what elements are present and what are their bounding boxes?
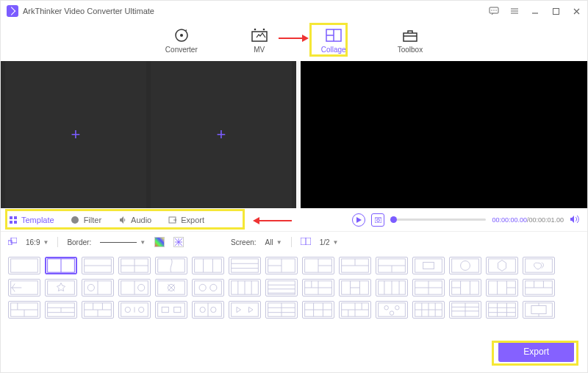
template-item[interactable] bbox=[45, 279, 77, 296]
template-item[interactable] bbox=[265, 301, 298, 319]
arrow-to-collage bbox=[279, 33, 309, 43]
filter-subtab[interactable]: Filter bbox=[71, 215, 101, 224]
template-item[interactable] bbox=[155, 279, 187, 296]
template-item[interactable] bbox=[265, 279, 298, 296]
template-item[interactable] bbox=[155, 257, 187, 274]
close-button[interactable] bbox=[571, 6, 581, 16]
template-item[interactable] bbox=[302, 279, 334, 296]
template-item[interactable] bbox=[412, 301, 445, 319]
svg-point-124 bbox=[200, 307, 205, 312]
template-item[interactable] bbox=[82, 301, 114, 319]
template-item[interactable] bbox=[192, 279, 224, 296]
play-button[interactable] bbox=[352, 213, 365, 227]
template-item[interactable] bbox=[118, 279, 151, 296]
drop-slot-1[interactable]: + bbox=[5, 61, 146, 208]
app-window: ArkThinker Video Converter Ultimate Conv… bbox=[0, 0, 588, 373]
template-item[interactable] bbox=[229, 301, 261, 319]
screen-select[interactable]: All▼ bbox=[265, 238, 282, 246]
template-item[interactable] bbox=[82, 279, 114, 296]
export-button[interactable]: Export bbox=[498, 341, 574, 362]
template-item[interactable] bbox=[486, 257, 518, 274]
template-item[interactable] bbox=[45, 301, 77, 319]
border-select[interactable]: ▼ bbox=[100, 239, 146, 246]
toolbox-tab[interactable]: Toolbox bbox=[398, 27, 423, 54]
template-item[interactable] bbox=[412, 257, 445, 274]
template-item[interactable] bbox=[192, 257, 224, 274]
svg-point-65 bbox=[199, 284, 206, 291]
split-select[interactable]: 1/2▼ bbox=[320, 238, 339, 246]
svg-point-117 bbox=[125, 307, 130, 312]
template-item[interactable] bbox=[449, 301, 481, 319]
template-item[interactable] bbox=[82, 257, 114, 274]
template-item[interactable] bbox=[339, 279, 371, 296]
template-item[interactable] bbox=[486, 279, 518, 296]
svg-point-6 bbox=[180, 34, 183, 37]
template-item[interactable] bbox=[8, 301, 40, 319]
minimize-button[interactable] bbox=[530, 6, 540, 16]
menu-icon[interactable] bbox=[509, 6, 520, 16]
footer: Export bbox=[1, 334, 587, 372]
svg-point-125 bbox=[211, 307, 216, 312]
svg-rect-49 bbox=[423, 262, 434, 269]
ratio-select[interactable]: 16:9▼ bbox=[26, 238, 49, 246]
svg-rect-122 bbox=[174, 307, 181, 312]
template-item[interactable] bbox=[155, 301, 187, 319]
template-item[interactable] bbox=[376, 257, 408, 274]
arrow-to-subtabs bbox=[248, 216, 292, 226]
svg-rect-15 bbox=[14, 221, 17, 224]
feedback-icon[interactable] bbox=[489, 6, 499, 16]
svg-point-3 bbox=[495, 10, 496, 10]
maximize-button[interactable] bbox=[551, 6, 561, 16]
titlebar: ArkThinker Video Converter Ultimate bbox=[1, 1, 587, 21]
snapshot-button[interactable] bbox=[371, 213, 384, 227]
color-picker[interactable] bbox=[154, 237, 165, 247]
drop-slot-2[interactable]: + bbox=[151, 61, 292, 208]
export-icon bbox=[168, 215, 177, 224]
export-subtab[interactable]: Export bbox=[168, 215, 204, 224]
template-item[interactable] bbox=[192, 301, 224, 319]
toolbox-icon bbox=[400, 27, 420, 43]
template-item[interactable] bbox=[412, 279, 445, 296]
svg-rect-53 bbox=[526, 259, 553, 272]
mv-tab[interactable]: MV bbox=[249, 27, 270, 54]
template-subtab[interactable]: Template bbox=[8, 215, 54, 224]
template-item[interactable] bbox=[523, 257, 555, 274]
split-icon bbox=[301, 238, 311, 246]
template-item[interactable] bbox=[8, 257, 40, 274]
template-item[interactable] bbox=[302, 257, 334, 274]
template-item[interactable] bbox=[302, 301, 334, 319]
template-item[interactable] bbox=[45, 257, 77, 274]
ratio-icon bbox=[8, 238, 17, 246]
svg-point-9 bbox=[262, 29, 265, 31]
svg-rect-4 bbox=[553, 8, 559, 14]
template-item[interactable] bbox=[339, 301, 371, 319]
volume-icon[interactable] bbox=[570, 213, 580, 227]
plus-icon: + bbox=[71, 125, 81, 144]
svg-point-2 bbox=[493, 10, 494, 10]
template-item[interactable] bbox=[523, 279, 555, 296]
template-item[interactable] bbox=[449, 257, 481, 274]
svg-point-144 bbox=[390, 311, 394, 316]
border-style-button[interactable] bbox=[173, 237, 184, 247]
template-item[interactable] bbox=[376, 301, 408, 319]
template-item[interactable] bbox=[229, 257, 261, 274]
template-item[interactable] bbox=[118, 301, 151, 319]
workspace: + + bbox=[1, 61, 587, 208]
svg-rect-11 bbox=[404, 33, 417, 41]
template-item[interactable] bbox=[118, 257, 151, 274]
template-item[interactable] bbox=[376, 279, 408, 296]
preview-slot-2 bbox=[445, 61, 587, 208]
window-controls bbox=[489, 6, 581, 16]
template-item[interactable] bbox=[339, 257, 371, 274]
template-item[interactable] bbox=[229, 279, 261, 296]
audio-subtab[interactable]: Audio bbox=[118, 215, 151, 224]
timeline-slider[interactable] bbox=[390, 219, 486, 221]
template-item[interactable] bbox=[449, 279, 481, 296]
converter-tab[interactable]: Converter bbox=[165, 27, 198, 54]
collage-tab[interactable]: Collage bbox=[321, 27, 346, 54]
template-item[interactable] bbox=[8, 279, 40, 296]
template-item[interactable] bbox=[265, 257, 298, 274]
template-item[interactable] bbox=[523, 301, 555, 319]
svg-point-118 bbox=[139, 307, 144, 312]
template-item[interactable] bbox=[486, 301, 518, 319]
